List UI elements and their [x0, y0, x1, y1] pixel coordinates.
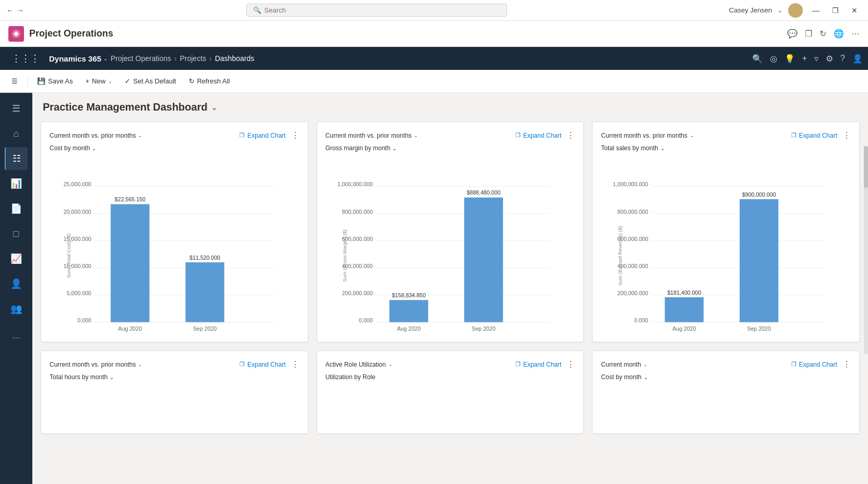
svg-rect-53	[665, 297, 704, 322]
fullscreen-icon[interactable]: ❐	[805, 29, 812, 39]
chart-6-filter-button[interactable]: Current month ⌄	[601, 361, 647, 368]
page-title: Practice Management Dashboard	[43, 101, 208, 113]
chart-card-5: Active Role Utilization ⌄ ❐ Expand Chart…	[317, 350, 584, 434]
chart-6-actions: ❐ Expand Chart ⋮	[791, 359, 851, 369]
chart-3-subtitle[interactable]: Total sales by month ⌄	[601, 144, 851, 152]
nav-target-icon[interactable]: ◎	[770, 54, 777, 64]
minimize-button[interactable]: —	[808, 4, 824, 17]
chevron-down-icon: ⌄	[388, 361, 392, 367]
chart-4-expand-button[interactable]: ❐ Expand Chart	[239, 361, 285, 368]
plus-icon: +	[86, 77, 90, 85]
svg-text:0.000: 0.000	[634, 317, 648, 323]
chart-2-svg: 0.000 200,000.000 400,000.000 600,000.00…	[326, 156, 575, 333]
expand-icon: ❐	[515, 132, 521, 139]
back-icon[interactable]: ←	[6, 6, 14, 15]
scrollbar[interactable]	[864, 146, 868, 355]
dynamics-brand[interactable]: Dynamics 365 ⌄	[46, 54, 111, 63]
chat-icon[interactable]: 💬	[787, 29, 798, 39]
svg-text:Month (Document Date): Month (Document Date)	[156, 333, 209, 334]
chart-2-filter-button[interactable]: Current month vs. prior months ⌄	[326, 132, 418, 139]
nav-filter-icon[interactable]: ▿	[814, 54, 818, 64]
chart-4-header: Current month vs. prior months ⌄ ❐ Expan…	[50, 359, 299, 369]
chart-6-header: Current month ⌄ ❐ Expand Chart ⋮	[601, 359, 851, 369]
refresh-all-button[interactable]: ↻ Refresh All	[184, 75, 235, 88]
svg-text:Month (Document Date): Month (Document Date)	[712, 333, 765, 334]
chart-1-expand-button[interactable]: ❐ Expand Chart	[239, 132, 285, 139]
chevron-down-icon: ⌄	[644, 374, 648, 380]
breadcrumb-dashboards[interactable]: Dashboards	[215, 54, 255, 63]
chart-2-subtitle[interactable]: Gross margin by month ⌄	[326, 144, 575, 152]
svg-text:Sum (Earned Revenue) ($): Sum (Earned Revenue) ($)	[617, 226, 623, 286]
chart-2-actions: ❐ Expand Chart ⋮	[515, 130, 575, 140]
app-header: Project Operations 💬 ❐ ↻ 🌐 ⋯	[0, 21, 868, 47]
close-button[interactable]: ✕	[847, 4, 862, 17]
save-as-button[interactable]: 💾 Save As	[32, 75, 78, 88]
svg-rect-13	[111, 204, 149, 322]
svg-text:800,000.000: 800,000.000	[618, 209, 648, 215]
chart-3-actions: ❐ Expand Chart ⋮	[791, 130, 851, 140]
chart-4-subtitle[interactable]: Total hours by month ⌄	[50, 373, 299, 381]
nav-right: 🔍 ◎ 💡 + ▿ ⚙ ? 👤	[752, 54, 863, 64]
svg-text:200,000.000: 200,000.000	[618, 290, 648, 296]
user-name[interactable]: Casey Jensen	[729, 6, 772, 14]
chevron-down-icon: ⌄	[660, 146, 665, 151]
search-input[interactable]	[264, 6, 500, 14]
chart-5-more-button[interactable]: ⋮	[566, 359, 575, 369]
dashboard-dropdown-icon[interactable]: ⌄	[211, 102, 218, 112]
forward-icon[interactable]: →	[17, 6, 24, 15]
chart-1-more-button[interactable]: ⋮	[291, 130, 299, 140]
chart-5-expand-button[interactable]: ❐ Expand Chart	[515, 361, 561, 368]
chart-6-subtitle[interactable]: Cost by month ⌄	[601, 373, 851, 381]
chart-2-more-button[interactable]: ⋮	[566, 130, 575, 140]
chart-6-expand-button[interactable]: ❐ Expand Chart	[791, 361, 837, 368]
new-button[interactable]: + New ⌄	[80, 75, 118, 88]
nav-grid-icon[interactable]: ⋮⋮⋮	[5, 53, 46, 64]
chart-4-more-button[interactable]: ⋮	[291, 359, 299, 369]
sidebar-item-users[interactable]: 👥	[5, 297, 28, 320]
sidebar-item-menu[interactable]: ☰	[5, 97, 28, 120]
chart-3-filter-button[interactable]: Current month vs. prior months ⌄	[601, 132, 693, 139]
chevron-down-icon: ⌄	[138, 361, 142, 367]
breadcrumb-projects[interactable]: Projects	[180, 54, 207, 63]
sidebar-item-user[interactable]: 👤	[5, 272, 28, 295]
set-as-default-button[interactable]: ✓ Set As Default	[119, 75, 181, 88]
refresh-icon[interactable]: ↻	[819, 29, 826, 39]
sidebar-item-more[interactable]: ⋯	[5, 326, 28, 349]
sidebar-item-dashboard[interactable]: ☷	[5, 147, 28, 170]
svg-text:$888,480.000: $888,480.000	[466, 189, 500, 196]
nav-user-icon[interactable]: 👤	[852, 54, 863, 64]
more-icon[interactable]: ⋯	[851, 29, 860, 39]
chart-3-more-button[interactable]: ⋮	[842, 130, 851, 140]
svg-text:800,000.000: 800,000.000	[342, 209, 372, 215]
svg-text:Sum (Gross Margin) ($): Sum (Gross Margin) ($)	[341, 229, 347, 282]
chevron-down-icon: ⌄	[643, 361, 647, 367]
chart-1-subtitle[interactable]: Cost by month ⌄	[50, 144, 299, 152]
restore-button[interactable]: ❐	[828, 4, 843, 17]
svg-text:$22,565.150: $22,565.150	[115, 196, 146, 202]
menu-toggle-button[interactable]: ☰	[6, 75, 23, 88]
chart-2-expand-button[interactable]: ❐ Expand Chart	[515, 132, 561, 139]
chart-1-filter-button[interactable]: Current month vs. prior months ⌄	[50, 132, 142, 139]
chart-3-expand-button[interactable]: ❐ Expand Chart	[791, 132, 837, 139]
chart-3-svg: 0.000 200,000.000 400,000.000 600,000.00…	[601, 156, 851, 333]
nav-plus-icon[interactable]: +	[802, 54, 807, 63]
globe-icon[interactable]: 🌐	[834, 29, 844, 39]
nav-settings-icon[interactable]: ⚙	[826, 54, 833, 64]
expand-icon: ❐	[791, 132, 797, 139]
nav-help-icon[interactable]: ?	[840, 54, 845, 63]
sidebar-item-reports[interactable]: 📊	[5, 172, 28, 195]
chart-5-filter-button[interactable]: Active Role Utilization ⌄	[326, 361, 392, 368]
chart-4-filter-button[interactable]: Current month vs. prior months ⌄	[50, 361, 142, 368]
sidebar-item-document[interactable]: 📄	[5, 197, 28, 220]
nav-lightbulb-icon[interactable]: 💡	[785, 54, 795, 64]
scrollbar-thumb[interactable]	[864, 146, 868, 188]
title-bar-left: ← →	[6, 6, 24, 15]
breadcrumb-project-ops[interactable]: Project Operations	[111, 54, 171, 63]
sidebar-item-home[interactable]: ⌂	[5, 122, 28, 145]
chart-6-more-button[interactable]: ⋮	[842, 359, 851, 369]
nav-search-icon[interactable]: 🔍	[752, 54, 763, 64]
window-controls: — ❐ ✕	[808, 4, 862, 17]
sidebar-item-chart[interactable]: 📈	[5, 247, 28, 270]
chevron-down-icon: ⌄	[777, 6, 783, 14]
sidebar-item-grid[interactable]: □	[5, 222, 28, 245]
